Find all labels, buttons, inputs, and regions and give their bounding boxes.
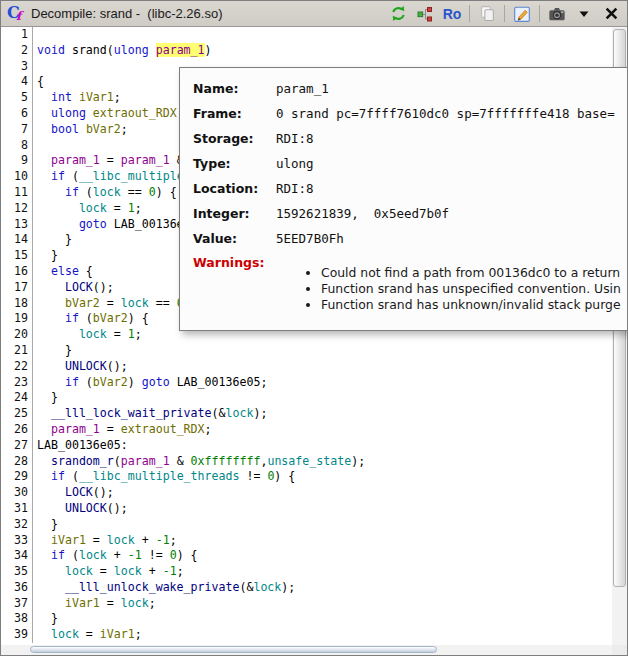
code-line: 32 } [1, 517, 612, 533]
graph-icon[interactable] [415, 4, 435, 24]
line-number: 7 [1, 122, 33, 138]
line-number: 19 [1, 311, 33, 327]
code-text[interactable]: LAB_00136e05: [33, 438, 128, 454]
line-number: 27 [1, 438, 33, 454]
line-number: 34 [1, 548, 33, 564]
line-number: 23 [1, 375, 33, 391]
line-number: 14 [1, 232, 33, 248]
tooltip-row-value: RDI:8 [276, 131, 314, 146]
code-text[interactable]: param_1 = param_1 & [33, 153, 184, 169]
code-line: 25 __lll_lock_wait_private(&lock); [1, 406, 612, 422]
code-line: 39 lock = iVar1; [1, 627, 612, 643]
tooltip-row-label: Frame: [193, 106, 276, 121]
tooltip-row-value: 0 srand pc=7ffff7610dc0 sp=7fffffffe418 … [276, 106, 615, 121]
line-number: 1 [1, 27, 33, 43]
line-number: 26 [1, 422, 33, 438]
code-text[interactable] [33, 59, 37, 75]
code-text[interactable] [33, 27, 37, 43]
code-text[interactable]: LOCK(); [33, 485, 114, 501]
code-text[interactable]: iVar1 = lock; [33, 596, 156, 612]
code-text[interactable]: { [33, 74, 44, 90]
line-number: 36 [1, 580, 33, 596]
decompile-window: Cf Decompile: srand - (libc-2.26.so) [0, 0, 628, 656]
code-line: 28 srandom_r(param_1 & 0xffffffff,unsafe… [1, 454, 612, 470]
line-number: 21 [1, 343, 33, 359]
code-text[interactable]: srandom_r(param_1 & 0xffffffff,unsafe_st… [33, 454, 365, 470]
code-text[interactable] [33, 138, 37, 154]
line-number: 4 [1, 74, 33, 90]
code-text[interactable]: } [33, 343, 72, 359]
code-text[interactable]: } [33, 248, 58, 264]
horizontal-scrollbar[interactable] [1, 645, 612, 655]
code-text[interactable]: void srand(ulong param_1) [33, 43, 212, 59]
snapshot-icon[interactable] [547, 4, 567, 24]
close-icon[interactable] [601, 4, 621, 24]
code-text[interactable]: bVar2 = lock == 0 [33, 296, 184, 312]
tooltip-row-label: Integer: [193, 206, 276, 221]
copy-icon[interactable] [477, 4, 497, 24]
tooltip-row-value: param_1 [276, 81, 329, 96]
code-text[interactable]: ulong extraout_RDX; [33, 106, 184, 122]
code-text[interactable]: if (lock == 0) { [33, 185, 177, 201]
code-text[interactable]: UNLOCK(); [33, 359, 128, 375]
code-text[interactable]: else { [33, 264, 93, 280]
tooltip-row-label: Type: [193, 156, 276, 171]
tooltip-warning-item: Function srand has unspecified conventio… [321, 281, 621, 297]
refresh-icon[interactable] [388, 4, 408, 24]
tooltip-row-label: Value: [193, 231, 276, 246]
code-text[interactable]: bool bVar2; [33, 122, 128, 138]
code-text[interactable]: } [33, 390, 58, 406]
code-line: 37 iVar1 = lock; [1, 596, 612, 612]
tooltip-row: Type:ulong [193, 151, 628, 176]
code-line: 30 LOCK(); [1, 485, 612, 501]
tooltip-row: Frame:0 srand pc=7ffff7610dc0 sp=7ffffff… [193, 101, 628, 126]
tooltip-row: Location:RDI:8 [193, 176, 628, 201]
code-text[interactable]: } [33, 517, 58, 533]
line-number: 25 [1, 406, 33, 422]
edit-icon[interactable] [512, 4, 532, 24]
tooltip-warnings-row: Warnings: Could not find a path from 001… [193, 253, 628, 313]
code-line: 2void srand(ulong param_1) [1, 43, 612, 59]
code-text[interactable]: if (__libc_multiple [33, 169, 184, 185]
code-text[interactable]: } [33, 232, 72, 248]
line-number: 15 [1, 248, 33, 264]
tooltip-row-label: Storage: [193, 131, 276, 146]
code-text[interactable]: __lll_lock_wait_private(&lock); [33, 406, 267, 422]
code-text[interactable]: param_1 = extraout_RDX; [33, 422, 212, 438]
tooltip-row: Name:param_1 [193, 76, 628, 101]
ro-button[interactable]: Ro [442, 4, 462, 24]
line-number: 30 [1, 485, 33, 501]
line-number: 10 [1, 169, 33, 185]
line-number: 38 [1, 611, 33, 627]
code-text[interactable]: } [33, 611, 58, 627]
tooltip-warnings-list: Could not find a path from 00136dc0 to a… [306, 265, 621, 313]
code-text[interactable]: lock = lock + -1; [33, 564, 184, 580]
code-text[interactable]: LOCK(); [33, 280, 114, 296]
code-text[interactable]: goto LAB_00136e [33, 217, 184, 233]
line-number: 17 [1, 280, 33, 296]
code-text[interactable]: iVar1 = lock + -1; [33, 533, 177, 549]
code-line: 38 } [1, 611, 612, 627]
horizontal-scrollbar-thumb[interactable] [30, 646, 437, 653]
code-text[interactable]: int iVar1; [33, 90, 121, 106]
line-number: 18 [1, 296, 33, 312]
code-text[interactable]: if (lock + -1 != 0) { [33, 548, 198, 564]
code-text[interactable]: lock = 1; [33, 327, 142, 343]
code-text[interactable]: lock = iVar1; [33, 627, 142, 643]
code-text[interactable]: __lll_unlock_wake_private(&lock); [33, 580, 295, 596]
line-number: 16 [1, 264, 33, 280]
code-text[interactable]: if (bVar2) { [33, 311, 149, 327]
scrollbar-corner [612, 645, 627, 655]
code-text[interactable]: UNLOCK(); [33, 501, 128, 517]
line-number: 29 [1, 469, 33, 485]
tooltip-row: Integer:1592621839, 0x5eed7b0f [193, 201, 628, 226]
line-number: 6 [1, 106, 33, 122]
code-text[interactable]: if (__libc_multiple_threads != 0) { [33, 469, 295, 485]
tooltip-warning-item: Could not find a path from 00136dc0 to a… [321, 265, 621, 281]
menu-chevron-icon[interactable] [574, 4, 594, 24]
code-text[interactable]: if (bVar2) goto LAB_00136e05; [33, 375, 267, 391]
code-line: 29 if (__libc_multiple_threads != 0) { [1, 469, 612, 485]
code-text[interactable]: lock = 1; [33, 201, 142, 217]
ro-button-label: Ro [443, 6, 462, 22]
tooltip-warnings-label: Warnings: [193, 253, 276, 270]
